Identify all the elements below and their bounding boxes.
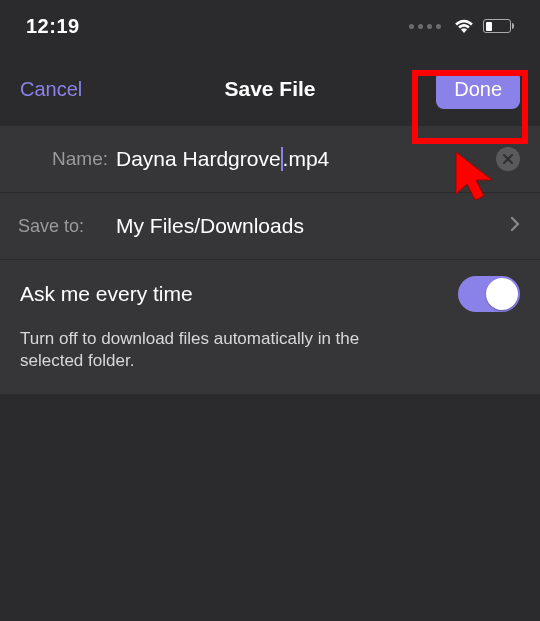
save-to-value: My Files/Downloads [116,214,502,238]
status-bar: 12:19 [0,0,540,52]
name-label: Name: [18,148,110,170]
done-button[interactable]: Done [436,70,520,109]
cancel-button[interactable]: Cancel [20,78,82,101]
name-row[interactable]: Name: Dayna Hardgrove.mp4 [0,126,540,193]
cellular-dots-icon [409,24,441,29]
ask-every-time-row: Ask me every time [0,260,540,322]
toggle-knob [486,278,518,310]
wifi-icon [453,18,475,34]
ask-every-time-description: Turn off to download files automatically… [0,322,420,394]
clear-text-button[interactable] [496,147,520,171]
save-to-label: Save to: [18,216,110,237]
ask-every-time-toggle[interactable] [458,276,520,312]
status-indicators [409,18,514,34]
status-time: 12:19 [26,15,80,38]
battery-icon [483,19,514,33]
nav-bar: Cancel Save File Done [0,52,540,126]
close-icon [503,154,513,164]
name-input[interactable]: Dayna Hardgrove.mp4 [116,147,488,171]
chevron-right-icon [510,216,520,236]
ask-every-time-label: Ask me every time [20,282,458,306]
save-to-row[interactable]: Save to: My Files/Downloads [0,193,540,260]
name-value-after: .mp4 [283,147,330,171]
form-panel: Name: Dayna Hardgrove.mp4 Save to: My Fi… [0,126,540,394]
name-value-before: Dayna Hardgrove [116,147,281,171]
